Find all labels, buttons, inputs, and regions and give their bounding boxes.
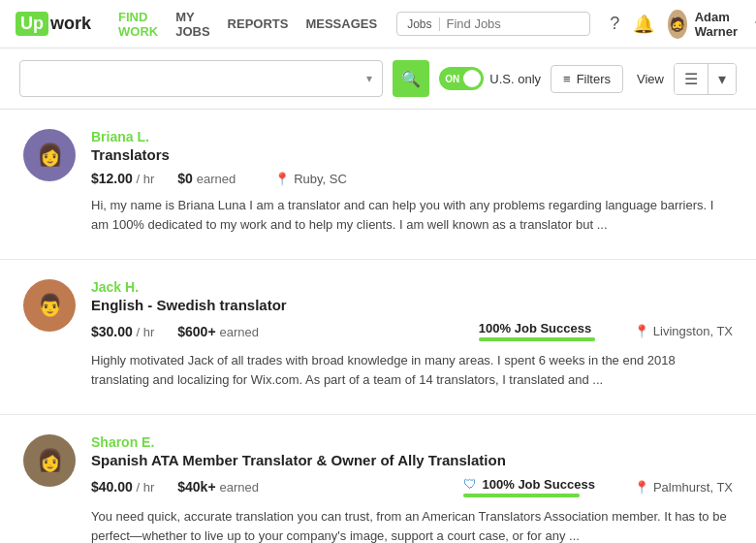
result-card[interactable]: 👩 Sharon E. Spanish ATA Member Translato… xyxy=(0,415,756,543)
total-earned: $0 earned xyxy=(177,171,236,186)
location-icon: 📍 xyxy=(634,324,649,338)
location: 📍 Ruby, SC xyxy=(274,172,347,186)
bell-icon: 🔔 xyxy=(633,14,654,35)
view-label: View xyxy=(637,72,664,86)
grid-view-button[interactable]: ▾ xyxy=(709,64,736,94)
toggle-knob xyxy=(463,70,481,87)
freelancer-name[interactable]: Briana L. xyxy=(91,129,733,144)
top-search-box: Jobs xyxy=(396,12,590,36)
toggle-on-label: ON xyxy=(445,74,459,84)
shield-icon: 🛡 xyxy=(463,476,477,492)
top-search-input[interactable] xyxy=(446,16,582,31)
user-name: Adam Warner xyxy=(695,10,748,39)
help-button[interactable]: ? xyxy=(610,14,619,34)
freelancer-description: Hi, my name is Briana Luna I am a transl… xyxy=(91,196,733,234)
card-content: Briana L. Translators $12.00 / hr $0 ear… xyxy=(91,129,733,240)
toggle-description: U.S. only xyxy=(489,72,541,86)
card-content: Sharon E. Spanish ATA Member Translator … xyxy=(91,434,733,543)
location-icon: 📍 xyxy=(634,480,649,495)
nav-messages[interactable]: MESSAGES xyxy=(305,16,377,31)
nav-links: FIND WORK MY JOBS REPORTS MESSAGES xyxy=(118,10,377,39)
main-search-input[interactable]: translators xyxy=(30,71,366,86)
hourly-rate: $40.00 / hr xyxy=(91,479,154,495)
list-view-button[interactable]: ☰ xyxy=(675,64,709,94)
total-earned: $600+ earned xyxy=(177,324,259,339)
result-card[interactable]: 👩 Briana L. Translators $12.00 / hr $0 e… xyxy=(0,110,756,260)
card-meta: $12.00 / hr $0 earned 📍 Ruby, SC xyxy=(91,171,733,186)
results-list: 👩 Briana L. Translators $12.00 / hr $0 e… xyxy=(0,110,756,543)
avatar: 👩 xyxy=(23,434,76,487)
job-success-group: 🛡 100% Job Success xyxy=(463,476,595,497)
freelancer-name[interactable]: Jack H. xyxy=(91,279,733,295)
top-navigation: Up work FIND WORK MY JOBS REPORTS MESSAG… xyxy=(0,0,756,48)
job-success-fill xyxy=(463,494,580,497)
freelancer-title: English - Swedish translator xyxy=(91,297,733,313)
freelancer-title: Translators xyxy=(91,146,733,163)
total-earned: $40k+ earned xyxy=(177,479,259,495)
job-success-group: 100% Job Success xyxy=(479,321,595,341)
main-search-input-wrap: translators ▾ xyxy=(19,60,383,97)
hourly-rate: $30.00 / hr xyxy=(91,324,154,339)
avatar: 🧔 xyxy=(668,10,687,39)
user-menu[interactable]: 🧔 Adam Warner ▾ xyxy=(668,10,756,39)
search-bar: translators ▾ 🔍 ON U.S. only ≡ Filters V… xyxy=(0,48,756,110)
location: 📍 Palmhurst, TX xyxy=(634,480,733,495)
job-success-label: 100% Job Success xyxy=(479,321,591,335)
location-text: Ruby, SC xyxy=(294,172,347,186)
job-success-bar xyxy=(479,337,595,341)
search-dropdown-icon[interactable]: ▾ xyxy=(366,72,372,85)
result-card[interactable]: 👨 Jack H. English - Swedish translator $… xyxy=(0,260,756,415)
freelancer-title: Spanish ATA Member Translator & Owner of… xyxy=(91,452,733,468)
hourly-rate: $12.00 / hr xyxy=(91,171,154,186)
location-text: Livingston, TX xyxy=(653,324,733,338)
list-icon: ☰ xyxy=(684,70,698,88)
job-success-fill xyxy=(479,337,595,341)
logo-up: Up xyxy=(16,12,48,36)
filter-icon: ≡ xyxy=(563,72,571,86)
logo[interactable]: Up work xyxy=(16,12,91,36)
us-only-toggle[interactable]: ON xyxy=(439,67,484,90)
search-type-selector[interactable]: Jobs xyxy=(407,17,440,31)
filter-label: Filters xyxy=(577,72,611,86)
logo-work: work xyxy=(50,14,91,34)
nav-reports[interactable]: REPORTS xyxy=(228,16,289,31)
card-content: Jack H. English - Swedish translator $30… xyxy=(91,279,733,395)
freelancer-name[interactable]: Sharon E. xyxy=(91,434,733,450)
search-icon: 🔍 xyxy=(401,70,421,88)
us-only-toggle-group: ON U.S. only xyxy=(439,67,541,90)
job-success-bar xyxy=(463,494,580,497)
chevron-down-icon: ▾ xyxy=(718,70,726,88)
search-button[interactable]: 🔍 xyxy=(393,60,429,97)
location-icon: 📍 xyxy=(274,172,290,186)
notification-button[interactable]: 🔔 xyxy=(633,14,654,35)
location: 📍 Livingston, TX xyxy=(634,324,733,338)
job-success-label: 100% Job Success xyxy=(483,477,595,492)
avatar: 👨 xyxy=(23,279,76,332)
card-meta: $40.00 / hr $40k+ earned 🛡 100% Job Succ… xyxy=(91,476,733,497)
card-meta: $30.00 / hr $600+ earned 100% Job Succes… xyxy=(91,321,733,341)
avatar: 👩 xyxy=(23,129,76,181)
freelancer-description: You need quick, accurate translation you… xyxy=(91,507,733,543)
nav-find-work[interactable]: FIND WORK xyxy=(118,10,158,39)
filters-button[interactable]: ≡ Filters xyxy=(551,65,623,93)
help-icon: ? xyxy=(610,14,619,34)
location-text: Palmhurst, TX xyxy=(653,480,733,495)
freelancer-description: Highly motivated Jack of all trades with… xyxy=(91,351,733,389)
nav-my-jobs[interactable]: MY JOBS xyxy=(175,10,209,39)
view-toggle-group: ☰ ▾ xyxy=(674,63,737,95)
nav-icon-group: ? 🔔 🧔 Adam Warner ▾ xyxy=(610,10,756,39)
